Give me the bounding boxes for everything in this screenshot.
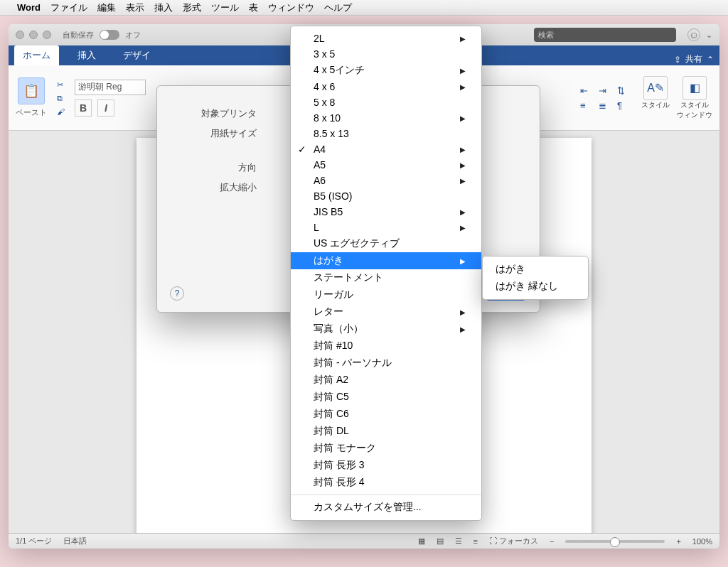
submenu-arrow-icon: ▶ <box>460 146 466 153</box>
minimize-button[interactable] <box>29 31 38 39</box>
submenu-arrow-icon: ▶ <box>460 257 466 265</box>
submenu-item-hagaki[interactable]: はがき <box>483 261 588 278</box>
share-button[interactable]: ⇪ 共有 ⌃ <box>674 53 714 65</box>
collapse-ribbon-icon[interactable]: ⌃ <box>707 55 714 65</box>
paper-size-item[interactable]: 5 x 8 <box>291 94 481 110</box>
menu-window[interactable]: ウィンドウ <box>268 1 314 14</box>
paper-size-item[interactable]: A5▶ <box>291 157 481 173</box>
paper-size-item[interactable]: 4 x 6▶ <box>291 79 481 94</box>
zoom-in-button[interactable]: + <box>676 537 680 546</box>
window-controls[interactable] <box>16 31 51 39</box>
paper-size-item[interactable]: ステートメント <box>291 269 481 286</box>
menu-tools[interactable]: ツール <box>211 1 239 14</box>
bold-button[interactable]: B <box>75 99 92 117</box>
submenu-arrow-icon: ▶ <box>460 83 466 91</box>
paper-size-item[interactable]: 封筒 C6 <box>291 406 481 423</box>
paper-size-item[interactable]: 8.5 x 13 <box>291 126 481 141</box>
tab-home[interactable]: ホーム <box>14 45 59 65</box>
search-input[interactable]: 検索 <box>534 28 676 42</box>
paper-size-item[interactable]: リーガル <box>291 286 481 303</box>
paper-size-label: 用紙サイズ <box>171 127 257 140</box>
chevron-down-icon[interactable]: ⌄ <box>706 31 712 40</box>
close-button[interactable] <box>16 31 24 39</box>
submenu-arrow-icon: ▶ <box>460 114 466 122</box>
scale-label: 拡大縮小 <box>171 181 257 194</box>
paper-size-item[interactable]: 封筒 C5 <box>291 389 481 406</box>
zoom-percent[interactable]: 100% <box>692 537 712 546</box>
zoom-slider[interactable] <box>565 540 665 543</box>
statusbar: 1/1 ページ 日本語 ▦ ▤ ☰ ≡ ⛶ フォーカス − + 100% <box>9 533 719 549</box>
tab-design[interactable]: デザイ <box>114 45 159 65</box>
submenu-arrow-icon: ▶ <box>460 208 466 216</box>
zoom-out-button[interactable]: − <box>550 537 554 546</box>
view-outline-icon[interactable]: ☰ <box>455 536 462 546</box>
orientation-label: 方向 <box>171 161 257 174</box>
focus-mode-button[interactable]: ⛶ フォーカス <box>489 536 538 546</box>
zoom-button[interactable] <box>43 31 51 39</box>
menu-file[interactable]: ファイル <box>50 1 87 14</box>
tab-insert[interactable]: 挿入 <box>69 45 105 65</box>
menu-edit[interactable]: 編集 <box>97 1 116 14</box>
paper-size-item[interactable]: 封筒 - パーソナル <box>291 355 481 372</box>
autosave-toggle[interactable] <box>100 30 119 40</box>
submenu-arrow-icon: ▶ <box>460 177 466 185</box>
submenu-arrow-icon: ▶ <box>460 308 466 316</box>
menu-format[interactable]: 形式 <box>183 1 201 14</box>
app-menu[interactable]: Word <box>17 2 41 13</box>
paper-size-item[interactable]: 封筒 長形 4 <box>291 474 481 491</box>
sort-icon[interactable]: ⇅ <box>617 85 631 96</box>
paper-size-item[interactable]: A4▶ <box>291 141 481 157</box>
paper-size-item[interactable]: US エグゼクティブ <box>291 235 481 252</box>
submenu-arrow-icon: ▶ <box>460 35 466 43</box>
menu-help[interactable]: ヘルプ <box>324 1 352 14</box>
manage-custom-sizes[interactable]: カスタムサイズを管理... <box>291 499 481 516</box>
show-marks-icon[interactable]: ¶ <box>617 100 631 111</box>
paper-size-item[interactable]: 封筒 DL <box>291 423 481 440</box>
paper-size-item[interactable]: 8 x 10▶ <box>291 110 481 126</box>
italic-button[interactable]: I <box>97 99 114 117</box>
indent-decrease-icon[interactable]: ⇤ <box>580 85 594 96</box>
indent-increase-icon[interactable]: ⇥ <box>599 85 613 96</box>
paper-size-item[interactable]: 封筒 #10 <box>291 338 481 355</box>
submenu-item-hagaki-borderless[interactable]: はがき 縁なし <box>483 278 588 295</box>
paper-size-item[interactable]: A6▶ <box>291 173 481 188</box>
language-status[interactable]: 日本語 <box>63 536 87 546</box>
feedback-button[interactable]: ☺ <box>687 28 700 41</box>
format-painter-icon[interactable]: 🖌 <box>57 107 65 116</box>
menu-insert[interactable]: 挿入 <box>154 1 173 14</box>
paper-size-item[interactable]: JIS B5▶ <box>291 204 481 220</box>
line-spacing-icon[interactable]: ≣ <box>599 100 613 111</box>
styles-pane-button[interactable]: ◧ スタイル ウィンドウ <box>677 76 712 120</box>
paper-size-item[interactable]: 封筒 長形 3 <box>291 457 481 474</box>
paste-label: ペースト <box>16 107 47 118</box>
printer-label: 対象プリンタ <box>171 107 257 120</box>
view-print-icon[interactable]: ▦ <box>418 536 425 546</box>
view-draft-icon[interactable]: ≡ <box>473 537 478 546</box>
paper-size-item[interactable]: 3 x 5 <box>291 46 481 62</box>
cut-icon[interactable]: ✂ <box>57 80 65 90</box>
align-left-icon[interactable]: ≡ <box>580 100 594 111</box>
submenu-arrow-icon: ▶ <box>460 325 466 333</box>
paper-size-menu: 2L▶3 x 54 x 5インチ▶4 x 6▶5 x 88 x 10▶8.5 x… <box>290 26 482 521</box>
help-button[interactable]: ? <box>170 286 184 301</box>
font-name-select[interactable]: 游明朝 Reg <box>75 80 146 95</box>
paper-size-item[interactable]: 封筒 モナーク <box>291 440 481 457</box>
submenu-arrow-icon: ▶ <box>460 67 466 75</box>
paper-size-item[interactable]: 2L▶ <box>291 31 481 46</box>
paste-group[interactable]: 📋 ペースト <box>16 77 47 118</box>
styles-pane-icon: ◧ <box>682 76 707 100</box>
paper-size-item[interactable]: レター▶ <box>291 303 481 320</box>
view-web-icon[interactable]: ▤ <box>437 536 444 546</box>
cut-copy-column: ✂ ⧉ 🖌 <box>57 80 65 116</box>
page-counter[interactable]: 1/1 ページ <box>16 536 52 546</box>
menu-table[interactable]: 表 <box>249 1 258 14</box>
paper-size-item[interactable]: 4 x 5インチ▶ <box>291 62 481 79</box>
paper-size-item[interactable]: 封筒 A2 <box>291 372 481 389</box>
paper-size-item[interactable]: はがき▶ <box>291 252 481 269</box>
paper-size-item[interactable]: 写真（小）▶ <box>291 320 481 338</box>
paper-size-item[interactable]: B5 (ISO) <box>291 188 481 204</box>
menu-view[interactable]: 表示 <box>126 1 144 14</box>
copy-icon[interactable]: ⧉ <box>57 94 65 103</box>
styles-button[interactable]: A✎ スタイル <box>641 76 670 120</box>
paper-size-item[interactable]: L▶ <box>291 220 481 235</box>
